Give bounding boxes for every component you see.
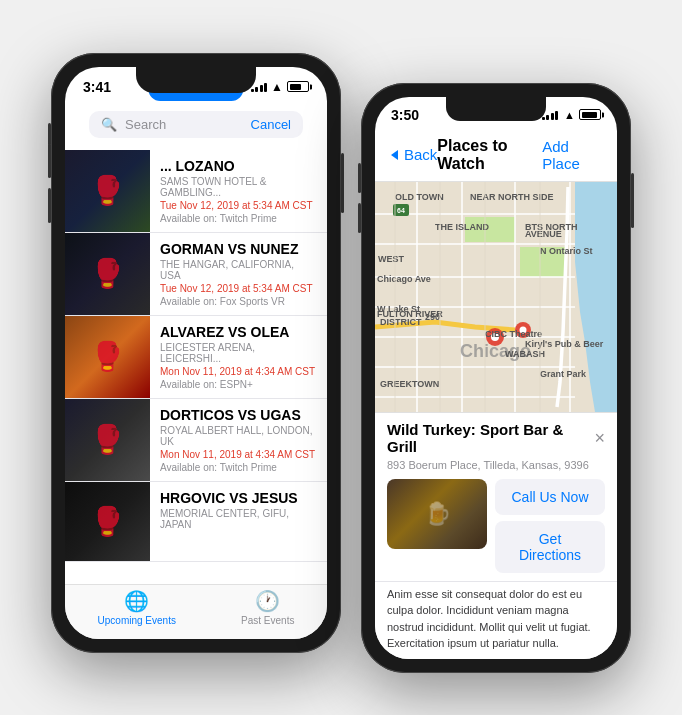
event-venue: MEMORIAL CENTER, GIFU, JAPAN [160, 508, 317, 530]
map-svg: 290 OLD TOWN NEAR NORTH SIDE THE ISLAND … [375, 182, 617, 412]
svg-text:GREEKTOWN: GREEKTOWN [380, 379, 439, 389]
upcoming-icon: 🌐 [124, 589, 149, 613]
svg-text:Chicago Ave: Chicago Ave [377, 274, 431, 284]
venue-address: 893 Boerum Place, Tilleda, Kansas, 9396 [375, 459, 617, 479]
event-image: 🥊 [65, 482, 150, 561]
time-right: 3:50 [391, 107, 419, 123]
event-title: DORTICOS VS UGAS [160, 407, 317, 423]
event-stream: Available on: Fox Sports VR [160, 296, 317, 307]
event-title: GORMAN VS NUNEZ [160, 241, 317, 257]
svg-text:WABASH: WABASH [505, 349, 545, 359]
event-venue: SAMS TOWN HOTEL & GAMBLING... [160, 176, 317, 198]
cancel-button[interactable]: Cancel [251, 117, 291, 132]
venue-info-card: Wild Turkey: Sport Bar & Grill × 893 Boe… [375, 412, 617, 659]
event-info: ... LOZANO SAMS TOWN HOTEL & GAMBLING...… [150, 150, 327, 232]
past-icon: 🕐 [255, 589, 280, 613]
past-label: Past Events [241, 615, 294, 626]
event-title: ALVAREZ VS OLEA [160, 324, 317, 340]
info-card-header: Wild Turkey: Sport Bar & Grill × [375, 413, 617, 459]
add-place-button[interactable]: Add Place [542, 138, 601, 172]
search-bar[interactable]: 🔍 Search Cancel [89, 111, 303, 138]
venue-photo: 🍺 [387, 479, 487, 549]
event-image: 🥊 [65, 316, 150, 398]
svg-text:64: 64 [397, 207, 405, 214]
svg-text:CIBC Theatre: CIBC Theatre [485, 329, 542, 339]
notch-right [446, 97, 546, 121]
event-image: 🥊 [65, 233, 150, 315]
tab-past[interactable]: 🕐 Past Events [241, 589, 294, 626]
svg-text:THE ISLAND: THE ISLAND [435, 222, 490, 232]
event-date: Tue Nov 12, 2019 at 5:34 AM CST [160, 283, 317, 294]
get-directions-button[interactable]: Get Directions [495, 521, 605, 573]
venue-name: Wild Turkey: Sport Bar & Grill [387, 421, 594, 455]
battery-icon-right [579, 109, 601, 120]
phone-right: 3:50 ▲ [361, 83, 631, 673]
upcoming-label: Upcoming Events [98, 615, 176, 626]
event-info: DORTICOS VS UGAS ROYAL ALBERT HALL, LOND… [150, 399, 327, 481]
time-left: 3:41 [83, 79, 111, 95]
svg-text:OLD TOWN: OLD TOWN [395, 192, 444, 202]
back-label: Back [404, 146, 437, 163]
svg-text:WEST: WEST [378, 254, 405, 264]
svg-text:Grant Park: Grant Park [540, 369, 587, 379]
bar-photo-image: 🍺 [387, 479, 487, 549]
left-screen: 3:41 ▲ [65, 67, 327, 639]
event-venue: ROYAL ALBERT HALL, LONDON, UK [160, 425, 317, 447]
events-list: 🥊 ... LOZANO SAMS TOWN HOTEL & GAMBLING.… [65, 150, 327, 579]
event-stream: Available on: ESPN+ [160, 379, 317, 390]
back-arrow-icon [391, 150, 398, 160]
map-area[interactable]: 290 OLD TOWN NEAR NORTH SIDE THE ISLAND … [375, 182, 617, 412]
svg-text:DISTRICT: DISTRICT [380, 317, 422, 327]
svg-text:AVENUE: AVENUE [525, 229, 562, 239]
phone-left: 3:41 ▲ [51, 53, 341, 653]
event-image: 🥊 [65, 399, 150, 481]
nav-title: Places to Watch [437, 137, 542, 173]
event-date: Mon Nov 11, 2019 at 4:34 AM CST [160, 449, 317, 460]
event-venue: LEICESTER ARENA, LEICERSHI... [160, 342, 317, 364]
event-stream: Available on: Twitch Prime [160, 213, 317, 224]
svg-text:Kiryl's Pub & Beer: Kiryl's Pub & Beer [525, 339, 604, 349]
event-item[interactable]: 🥊 GORMAN VS NUNEZ THE HANGAR, CALIFORNIA… [65, 233, 327, 316]
nav-bar: Back Places to Watch Add Place [375, 133, 617, 182]
svg-text:NEAR NORTH SIDE: NEAR NORTH SIDE [470, 192, 554, 202]
close-button[interactable]: × [594, 429, 605, 447]
event-info: HRGOVIC VS JESUS MEMORIAL CENTER, GIFU, … [150, 482, 327, 561]
wifi-icon-right: ▲ [564, 109, 575, 121]
event-date: Tue Nov 12, 2019 at 5:34 AM CST [160, 200, 317, 211]
event-date: Mon Nov 11, 2019 at 4:34 AM CST [160, 366, 317, 377]
search-icon: 🔍 [101, 117, 117, 132]
info-card-body: 🍺 Call Us Now Get Directions [375, 479, 617, 581]
right-screen: 3:50 ▲ [375, 97, 617, 659]
svg-text:N Ontario St: N Ontario St [540, 246, 593, 256]
svg-rect-13 [465, 247, 515, 277]
event-info: GORMAN VS NUNEZ THE HANGAR, CALIFORNIA, … [150, 233, 327, 315]
event-item[interactable]: 🥊 HRGOVIC VS JESUS MEMORIAL CENTER, GIFU… [65, 482, 327, 562]
svg-text:W Lake St: W Lake St [377, 304, 420, 314]
event-title: ... LOZANO [160, 158, 317, 174]
tab-bar: 🌐 Upcoming Events 🕐 Past Events [65, 584, 327, 639]
wifi-icon: ▲ [271, 80, 283, 94]
venue-description: Anim esse sit consequat dolor do est eu … [375, 581, 617, 659]
notch-left [136, 67, 256, 93]
tab-upcoming[interactable]: 🌐 Upcoming Events [98, 589, 176, 626]
action-buttons: Call Us Now Get Directions [495, 479, 605, 573]
search-input[interactable]: Search [125, 117, 243, 132]
event-image: 🥊 [65, 150, 150, 232]
event-item[interactable]: 🥊 ALVAREZ VS OLEA LEICESTER ARENA, LEICE… [65, 316, 327, 399]
event-venue: THE HANGAR, CALIFORNIA, USA [160, 259, 317, 281]
event-info: ALVAREZ VS OLEA LEICESTER ARENA, LEICERS… [150, 316, 327, 398]
event-item[interactable]: 🥊 DORTICOS VS UGAS ROYAL ALBERT HALL, LO… [65, 399, 327, 482]
call-us-button[interactable]: Call Us Now [495, 479, 605, 515]
event-stream: Available on: Twitch Prime [160, 462, 317, 473]
back-button[interactable]: Back [391, 146, 437, 163]
battery-icon [287, 81, 309, 92]
event-title: HRGOVIC VS JESUS [160, 490, 317, 506]
event-item[interactable]: 🥊 ... LOZANO SAMS TOWN HOTEL & GAMBLING.… [65, 150, 327, 233]
